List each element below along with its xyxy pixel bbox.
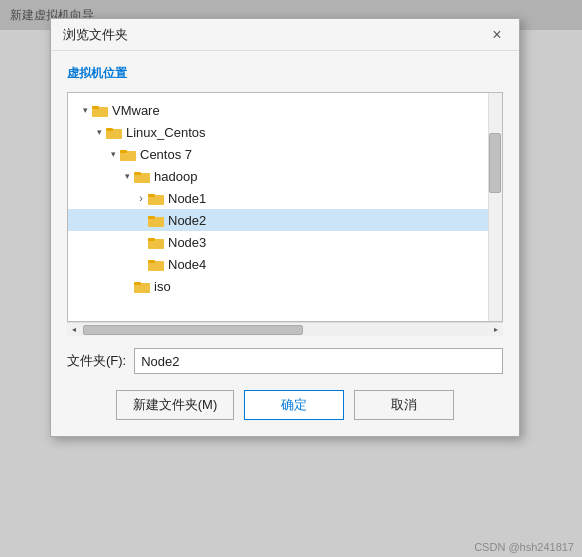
svg-rect-3 [106, 128, 113, 131]
tree-arrow-centos7: ▾ [106, 149, 120, 159]
folder-icon-linux-centos [106, 125, 122, 139]
new-folder-button[interactable]: 新建文件夹(M) [116, 390, 235, 420]
tree-label-linux-centos: Linux_Centos [126, 125, 206, 140]
tree-container: ▾ VMware ▾ Linux_Centos [67, 92, 503, 322]
scroll-left-button[interactable]: ◂ [67, 323, 81, 337]
svg-rect-9 [148, 194, 155, 197]
folder-icon-node1 [148, 191, 164, 205]
browse-folder-dialog: 浏览文件夹 × 虚拟机位置 ▾ VMware ▾ [50, 18, 520, 437]
folder-icon-node3 [148, 235, 164, 249]
svg-rect-13 [148, 238, 155, 241]
dialog-title: 浏览文件夹 [63, 26, 128, 44]
tree-label-node1: Node1 [168, 191, 206, 206]
folder-icon-centos7 [120, 147, 136, 161]
tree-label-node4: Node4 [168, 257, 206, 272]
dialog-body: 虚拟机位置 ▾ VMware ▾ [51, 51, 519, 436]
vertical-scrollbar[interactable] [488, 93, 502, 321]
hscrollbar-thumb[interactable] [83, 325, 303, 335]
svg-rect-15 [148, 260, 155, 263]
folder-icon-node2 [148, 213, 164, 227]
tree-scroll-area: ▾ VMware ▾ Linux_Centos [68, 93, 502, 303]
folder-icon-vmware [92, 103, 108, 117]
tree-item-iso[interactable]: iso [68, 275, 502, 297]
tree-item-centos7[interactable]: ▾ Centos 7 [68, 143, 502, 165]
tree-item-hadoop[interactable]: ▾ hadoop [68, 165, 502, 187]
tree-label-hadoop: hadoop [154, 169, 197, 184]
svg-rect-11 [148, 216, 155, 219]
folder-row: 文件夹(F): [67, 348, 503, 374]
tree-item-node1[interactable]: › Node1 [68, 187, 502, 209]
horizontal-scrollbar[interactable]: ◂ ▸ [67, 322, 503, 336]
tree-arrow-vmware: ▾ [78, 105, 92, 115]
svg-rect-7 [134, 172, 141, 175]
folder-icon-iso [134, 279, 150, 293]
folder-icon-node4 [148, 257, 164, 271]
tree-arrow-linux-centos: ▾ [92, 127, 106, 137]
tree-label-centos7: Centos 7 [140, 147, 192, 162]
svg-rect-5 [120, 150, 127, 153]
buttons-row: 新建文件夹(M) 确定 取消 [67, 390, 503, 420]
tree-label-node2: Node2 [168, 213, 206, 228]
scroll-right-button[interactable]: ▸ [489, 323, 503, 337]
svg-rect-17 [134, 282, 141, 285]
confirm-button[interactable]: 确定 [244, 390, 344, 420]
cancel-button[interactable]: 取消 [354, 390, 454, 420]
dialog-titlebar: 浏览文件夹 × [51, 19, 519, 51]
tree-label-node3: Node3 [168, 235, 206, 250]
section-label: 虚拟机位置 [67, 65, 503, 82]
tree-item-node2[interactable]: Node2 [68, 209, 502, 231]
close-button[interactable]: × [487, 25, 507, 45]
tree-item-vmware[interactable]: ▾ VMware [68, 99, 502, 121]
tree-item-node4[interactable]: Node4 [68, 253, 502, 275]
tree-arrow-hadoop: ▾ [120, 171, 134, 181]
tree-item-node3[interactable]: Node3 [68, 231, 502, 253]
tree-arrow-node1: › [134, 192, 148, 204]
scrollbar-thumb[interactable] [489, 133, 501, 193]
tree-item-linux-centos[interactable]: ▾ Linux_Centos [68, 121, 502, 143]
tree-label-vmware: VMware [112, 103, 160, 118]
tree-label-iso: iso [154, 279, 171, 294]
folder-label: 文件夹(F): [67, 352, 126, 370]
folder-icon-hadoop [134, 169, 150, 183]
watermark: CSDN @hsh241817 [474, 541, 574, 553]
svg-rect-1 [92, 106, 99, 109]
folder-input[interactable] [134, 348, 503, 374]
